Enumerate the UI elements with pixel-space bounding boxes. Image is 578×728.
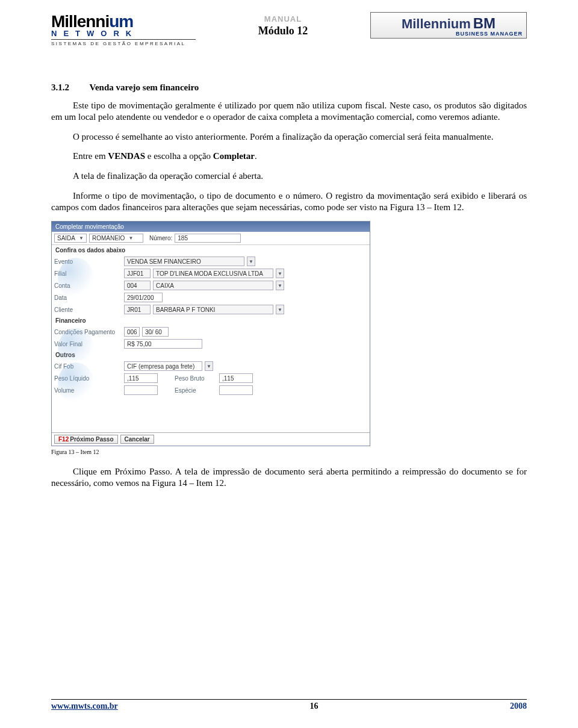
doctype-dropdown[interactable]: ROMANEIO▼ [89, 234, 143, 243]
chevron-down-icon[interactable]: ▼ [205, 361, 213, 371]
cliente-name[interactable]: BARBARA P F TONKI [153, 305, 273, 314]
cond-val[interactable]: 30/ 60 [142, 327, 169, 337]
figure-caption: Figura 13 – Item 12 [51, 449, 527, 455]
number-input[interactable]: 185 [175, 234, 241, 243]
logo-left: Millennium NETWORK SISTEMAS DE GESTÃO EM… [51, 12, 196, 46]
row-cliente: Cliente JR01 BARBARA P F TONKI ▼ [52, 303, 370, 316]
ciffob-field[interactable]: CIF (empresa paga frete) [124, 361, 202, 371]
page-footer: www.mwts.com.br 16 2008 [51, 699, 527, 711]
cliente-code[interactable]: JR01 [124, 305, 151, 314]
paragraph-1: Este tipo de movimentação geralmente é u… [51, 100, 527, 123]
f12-key: F12 [58, 436, 69, 443]
brand-tagline: SISTEMAS DE GESTÃO EMPRESARIAL [51, 39, 196, 46]
chevron-down-icon[interactable]: ▼ [276, 281, 284, 290]
filial-code[interactable]: JJF01 [124, 269, 151, 278]
number-label: Número: [149, 235, 172, 241]
data-rows: Evento VENDA SEM FINANCEIRO ▼ Filial JJF… [52, 255, 370, 316]
logo-right: Millennium BM BUSINESS MANAGER [370, 12, 527, 39]
chevron-down-icon: ▼ [79, 235, 84, 241]
brand-network: NETWORK [51, 29, 196, 38]
footer-page: 16 [309, 702, 318, 711]
paragraph-3: Entre em VENDAS e escolha a opção Comple… [51, 151, 527, 162]
volume-field[interactable] [124, 385, 158, 395]
footer-year: 2008 [510, 702, 527, 711]
row-data: Data 29/01/200 [52, 291, 370, 303]
data-field[interactable]: 29/01/200 [124, 293, 163, 302]
bottom-buttons: F12Próximo Passo Cancelar [52, 432, 370, 446]
row-conta: Conta 004 CAIXA ▼ [52, 279, 370, 291]
confira-label: Confira os dados abaixo [52, 245, 370, 255]
content: 3.1.2 Venda varejo sem financeiro Este t… [51, 82, 527, 489]
financeiro-rows: Condições Pagamento 006 30/ 60 Valor Fin… [52, 326, 370, 350]
section-heading: 3.1.2 Venda varejo sem financeiro [51, 82, 527, 93]
page-header: Millennium NETWORK SISTEMAS DE GESTÃO EM… [51, 12, 527, 46]
chevron-down-icon: ▼ [128, 235, 133, 241]
row-valorfinal: Valor Final R$ 75,00 [52, 338, 370, 350]
paragraph-6: Clique em Próximo Passo. A tela de impre… [51, 466, 527, 489]
manual-label: MANUAL [258, 14, 308, 23]
movtype-dropdown[interactable]: SAIDA▼ [54, 234, 87, 243]
brand-bm: Millennium BM [374, 15, 523, 32]
footer-url[interactable]: www.mwts.com.br [51, 702, 118, 711]
proximo-passo-button[interactable]: F12Próximo Passo [54, 435, 118, 444]
chevron-down-icon[interactable]: ▼ [276, 305, 284, 314]
row-evento: Evento VENDA SEM FINANCEIRO ▼ [52, 255, 370, 267]
conta-name[interactable]: CAIXA [153, 281, 273, 290]
valor-final-field[interactable]: R$ 75,00 [124, 339, 202, 349]
row-condicoes: Condições Pagamento 006 30/ 60 [52, 326, 370, 338]
outros-label: Outros [52, 350, 370, 360]
module-label: Módulo 12 [258, 25, 308, 37]
row-ciffob: Cif Fob CIF (empresa paga frete) ▼ [52, 360, 370, 372]
header-center: MANUAL Módulo 12 [258, 12, 308, 37]
top-filter-row: SAIDA▼ ROMANEIO▼ Número: 185 [52, 232, 370, 245]
pesoliq-field[interactable]: ,115 [124, 373, 158, 383]
paragraph-5: Informe o tipo de movimentação, o tipo d… [51, 190, 527, 213]
cancelar-button[interactable]: Cancelar [120, 435, 154, 444]
cond-code[interactable]: 006 [124, 327, 140, 337]
chevron-down-icon[interactable]: ▼ [247, 257, 255, 266]
financeiro-label: Financeiro [52, 316, 370, 326]
paragraph-4: A tela de finalização da operação comerc… [51, 170, 527, 182]
pesobruto-field[interactable]: ,115 [219, 373, 253, 383]
screenshot-window: Completar movimentação SAIDA▼ ROMANEIO▼ … [51, 221, 370, 446]
row-peso: Peso Líquido ,115 Peso Bruto ,115 [52, 372, 370, 384]
paragraph-2: O processo é semelhante ao visto anterio… [51, 131, 527, 143]
section-title: Venda varejo sem financeiro [89, 82, 199, 92]
especie-field[interactable] [219, 385, 253, 395]
evento-field[interactable]: VENDA SEM FINANCEIRO [124, 257, 244, 266]
window-titlebar: Completar movimentação [52, 222, 370, 232]
row-filial: Filial JJF01 TOP D'LINEA MODA EXCLUSIVA … [52, 267, 370, 279]
filial-name[interactable]: TOP D'LINEA MODA EXCLUSIVA LTDA [153, 269, 273, 278]
chevron-down-icon[interactable]: ▼ [276, 269, 284, 278]
section-number: 3.1.2 [51, 82, 87, 93]
outros-rows: Cif Fob CIF (empresa paga frete) ▼ Peso … [52, 360, 370, 432]
conta-code[interactable]: 004 [124, 281, 151, 290]
row-volume: Volume Espécie [52, 384, 370, 396]
